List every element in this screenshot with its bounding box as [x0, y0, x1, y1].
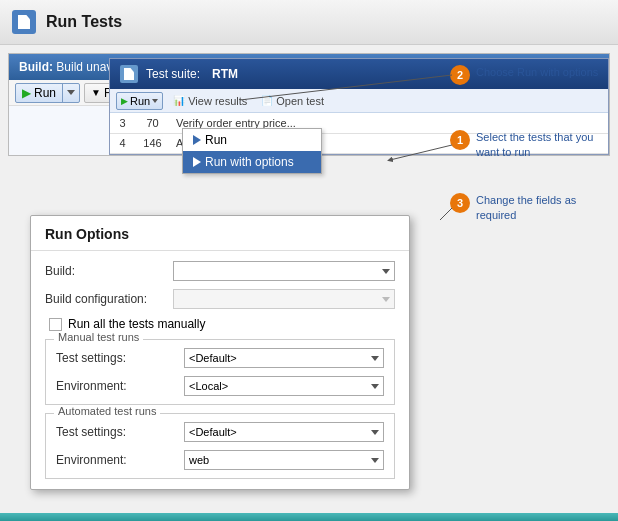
build-config-row: Build configuration:: [45, 289, 395, 309]
play-icon-active: [193, 157, 201, 167]
auto-test-settings-select[interactable]: <Default>: [184, 422, 384, 442]
view-results-label: View results: [188, 95, 247, 107]
manual-test-settings-select[interactable]: <Default>: [184, 348, 384, 368]
open-test-button[interactable]: 📄 Open test: [257, 92, 328, 110]
manual-section: Manual test runs Test settings: <Default…: [45, 339, 395, 405]
auto-settings-dropdown-icon: [371, 430, 379, 435]
test-run-label: Run: [130, 95, 150, 107]
manual-environment-row: Environment: <Local>: [56, 376, 384, 396]
dialog-body: Build: Build configuration: Run all the …: [31, 251, 409, 489]
auto-environment-select[interactable]: web: [184, 450, 384, 470]
cell-num: 4: [110, 133, 135, 153]
build-select[interactable]: [173, 261, 395, 281]
run-manually-checkbox[interactable]: [49, 318, 62, 331]
auto-environment-value: web: [189, 454, 209, 466]
callout-3-text: Change the fields as required: [476, 193, 606, 224]
run-manually-row: Run all the tests manually: [49, 317, 395, 331]
test-run-button[interactable]: ▶ Run: [116, 92, 163, 110]
cell-num: 3: [110, 113, 135, 133]
build-config-dropdown-icon: [382, 297, 390, 302]
run-dropdown-menu: Run Run with options: [182, 128, 322, 174]
build-row: Build:: [45, 261, 395, 281]
callout-1-circle: 1: [450, 130, 470, 150]
manual-environment-select[interactable]: <Local>: [184, 376, 384, 396]
callout-1: 1 Select the tests that you want to run: [450, 130, 606, 161]
auto-environment-row: Environment: web: [56, 450, 384, 470]
auto-test-settings-label: Test settings:: [56, 425, 176, 439]
auto-test-settings-value: <Default>: [189, 426, 237, 438]
build-field-label: Build:: [45, 264, 165, 278]
run-dropdown-arrow[interactable]: [63, 84, 79, 102]
manual-environment-value: <Local>: [189, 380, 228, 392]
manual-section-label: Manual test runs: [54, 331, 143, 343]
play-icon: [193, 135, 201, 145]
callout-2-circle: 2: [450, 65, 470, 85]
build-config-select: [173, 289, 395, 309]
test-run-play-icon: ▶: [121, 96, 128, 106]
bottom-bar: [0, 513, 618, 521]
run-button-label: Run: [34, 86, 56, 100]
callout-1-text: Select the tests that you want to run: [476, 130, 606, 161]
automated-section: Automated test runs Test settings: <Defa…: [45, 413, 395, 479]
build-dropdown-icon: [382, 269, 390, 274]
auto-env-dropdown-icon: [371, 458, 379, 463]
run-button-main[interactable]: ▶ Run: [16, 84, 63, 102]
dropdown-run-label: Run: [205, 133, 227, 147]
callout-2-text: Choose Run with options: [476, 65, 598, 80]
filter-icon: ▼: [91, 87, 101, 98]
title-bar: Run Tests: [0, 0, 618, 45]
svg-line-2: [420, 208, 452, 220]
manual-test-settings-row: Test settings: <Default>: [56, 348, 384, 368]
auto-environment-label: Environment:: [56, 453, 176, 467]
test-suite-name: RTM: [212, 67, 238, 81]
callout-3: 3 Change the fields as required: [450, 193, 606, 224]
dialog-title: Run Options: [31, 216, 409, 251]
callout-2: 2 Choose Run with options: [450, 65, 598, 85]
dropdown-item-run[interactable]: Run: [183, 129, 321, 151]
run-button[interactable]: ▶ Run: [15, 83, 80, 103]
manual-test-settings-label: Test settings:: [56, 351, 176, 365]
auto-test-settings-row: Test settings: <Default>: [56, 422, 384, 442]
open-test-label: Open test: [276, 95, 324, 107]
manual-test-settings-value: <Default>: [189, 352, 237, 364]
run-play-icon: ▶: [22, 86, 31, 100]
test-suite-label: Test suite:: [146, 67, 200, 81]
build-config-label: Build configuration:: [45, 292, 165, 306]
arrow-icon: [67, 90, 75, 95]
cell-id: 70: [135, 113, 170, 133]
main-window: Run Tests Build: Build unavailable ▶ Run…: [0, 0, 618, 521]
window-icon: [12, 10, 36, 34]
view-results-button[interactable]: 📊 View results: [169, 92, 251, 110]
dropdown-item-run-with-options[interactable]: Run with options: [183, 151, 321, 173]
callout-3-circle: 3: [450, 193, 470, 213]
run-options-dialog: Run Options Build: Build configuration:: [30, 215, 410, 490]
run-manually-label: Run all the tests manually: [68, 317, 205, 331]
view-results-icon: 📊: [173, 95, 185, 106]
build-label: Build:: [19, 60, 53, 74]
dropdown-run-options-label: Run with options: [205, 155, 294, 169]
test-toolbar: ▶ Run 📊 View results 📄 Open test: [110, 89, 608, 113]
cell-id: 146: [135, 133, 170, 153]
manual-settings-dropdown-icon: [371, 356, 379, 361]
suite-icon: [120, 65, 138, 83]
automated-section-label: Automated test runs: [54, 405, 160, 417]
test-run-arrow-icon: [152, 99, 158, 103]
open-test-icon: 📄: [261, 95, 273, 106]
window-title: Run Tests: [46, 13, 122, 31]
manual-environment-label: Environment:: [56, 379, 176, 393]
manual-env-dropdown-icon: [371, 384, 379, 389]
